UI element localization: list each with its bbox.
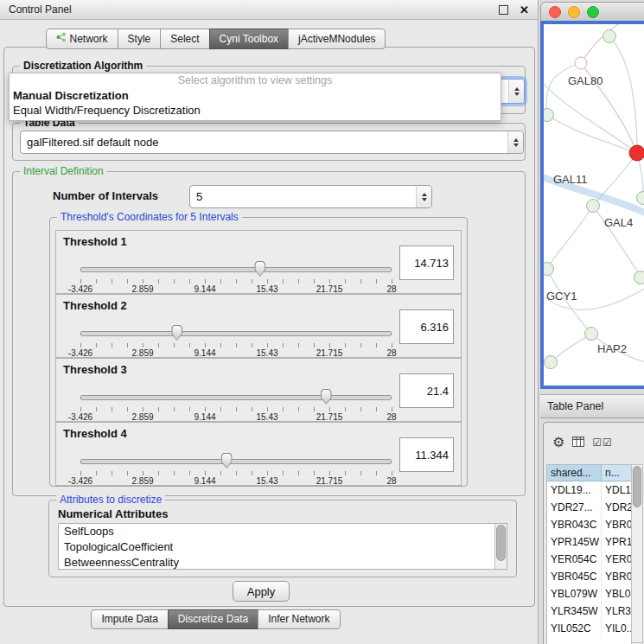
scrollbar-thumb[interactable] — [496, 525, 506, 561]
number-of-intervals-label: Number of Intervals — [53, 189, 158, 202]
number-of-intervals-value: 5 — [196, 190, 202, 203]
combobox-arrows-icon[interactable] — [507, 131, 523, 153]
dropdown-placeholder-item[interactable]: Select algorithm to view settings — [10, 73, 501, 88]
scale-tick-label: 2.859 — [131, 412, 153, 422]
slider-thumb[interactable] — [254, 261, 265, 277]
table-cell[interactable]: YBL0... — [602, 585, 631, 603]
numerical-attributes-list[interactable]: SelfLoopsTopologicalCoefficientBetweenne… — [58, 523, 507, 570]
threshold-slider[interactable] — [80, 260, 392, 277]
tab-network[interactable]: Network — [46, 29, 118, 49]
combobox-arrows-icon[interactable] — [416, 186, 431, 207]
threshold-slider[interactable] — [80, 452, 392, 469]
dropdown-item-equal-width[interactable]: Equal Width/Frequency Discretization — [10, 103, 501, 118]
table-cell[interactable]: YDL19... — [547, 481, 602, 499]
dropdown-item-manual-discretization[interactable]: Manual Discretization — [10, 88, 501, 103]
zoom-traffic-light-icon[interactable] — [587, 6, 599, 18]
apply-button[interactable]: Apply — [233, 581, 290, 602]
attribute-list-item[interactable]: SelfLoops — [59, 524, 507, 539]
threshold-panel-1: Threshold 1 -3.4262.8599.14415.4321.7152… — [55, 230, 462, 294]
table-row[interactable]: YPR145WYPR1... — [547, 533, 631, 551]
table-cell[interactable]: YBR0... — [602, 516, 631, 533]
tab-jactivemnodules[interactable]: jActiveMNodules — [288, 29, 386, 49]
table-columns-icon[interactable] — [572, 435, 584, 450]
float-window-icon[interactable] — [499, 5, 508, 15]
table-cell[interactable]: YDR2... — [602, 499, 631, 516]
tab-style[interactable]: Style — [118, 29, 162, 49]
tab-infer-network[interactable]: Infer Network — [258, 609, 340, 629]
close-traffic-light-icon[interactable] — [549, 6, 561, 18]
network-node[interactable] — [603, 29, 616, 43]
scale-tick-label: 2.859 — [131, 284, 153, 294]
table-cell[interactable]: YLR3... — [602, 603, 631, 620]
table-cell[interactable]: YIL0... — [602, 620, 631, 637]
scale-tick-label: 15.43 — [256, 348, 277, 358]
table-row[interactable]: YBL079WYBL0... — [547, 585, 631, 603]
attribute-list-item[interactable]: BetweennessCentrality — [59, 555, 507, 570]
table-row[interactable]: YER054CYER0... — [547, 551, 631, 568]
scale-tick-label: 15.43 — [256, 476, 277, 486]
tab-discretize-data[interactable]: Discretize Data — [168, 609, 258, 629]
table-cell[interactable]: YPR1... — [602, 533, 631, 551]
scrollbar-thumb[interactable] — [633, 466, 641, 507]
table-row[interactable]: YBR043CYBR0... — [547, 516, 631, 533]
threshold-slider[interactable] — [80, 324, 392, 341]
algorithm-group-title: Discretization Algorithm — [20, 60, 146, 72]
network-node[interactable] — [636, 191, 644, 205]
tab-cyni-toolbox[interactable]: Cyni Toolbox — [209, 29, 289, 49]
table-row[interactable]: YDL19...YDL1... — [547, 481, 631, 499]
table-cell[interactable]: YBR045C — [547, 568, 602, 585]
table-row[interactable]: YDR27...YDR2... — [547, 499, 631, 516]
network-node[interactable] — [584, 327, 598, 341]
column-header[interactable]: n... — [602, 465, 631, 481]
table-row[interactable]: YLR345WYLR3... — [547, 603, 631, 620]
top-tab-bar: Network Style Select Cyni Toolbox jActiv… — [0, 29, 431, 49]
network-node[interactable] — [575, 57, 588, 70]
list-scrollbar[interactable] — [494, 524, 507, 569]
scale-tick-label: -3.426 — [68, 412, 92, 422]
table-cell[interactable]: YBR0... — [602, 568, 631, 585]
tab-impute-data[interactable]: Impute Data — [91, 609, 168, 629]
network-node[interactable] — [544, 355, 558, 369]
slider-thumb[interactable] — [321, 389, 332, 405]
table-cell[interactable]: YPR145W — [547, 533, 602, 551]
table-row[interactable]: YBR045CYBR0... — [547, 568, 631, 585]
threshold-value-field[interactable]: 11.344 — [399, 437, 454, 472]
network-node[interactable] — [634, 271, 644, 284]
gear-icon[interactable]: ⚙ — [552, 436, 564, 450]
table-cell[interactable]: YER0... — [602, 551, 631, 568]
minimize-traffic-light-icon[interactable] — [568, 6, 580, 18]
attribute-list-item[interactable]: TopologicalCoefficient — [59, 539, 507, 555]
node-attribute-table: shared... n... YDL19...YDL1...YDR27...YD… — [546, 464, 632, 644]
slider-track[interactable] — [80, 395, 392, 400]
table-data-combobox[interactable]: galFiltered.sif default node — [20, 131, 524, 154]
combobox-arrows-icon[interactable] — [508, 80, 524, 103]
slider-track[interactable] — [80, 331, 392, 336]
slider-thumb[interactable] — [221, 453, 233, 469]
slider-track[interactable] — [80, 267, 392, 272]
table-row[interactable]: YIL052CYIL0... — [547, 620, 631, 637]
slider-track[interactable] — [80, 459, 392, 464]
table-cell[interactable]: YBR043C — [547, 516, 602, 533]
threshold-value-field[interactable]: 14.713 — [399, 245, 454, 280]
close-icon[interactable]: ✕ — [520, 4, 529, 16]
threshold-value-field[interactable]: 21.4 — [399, 373, 454, 408]
threshold-slider[interactable] — [80, 388, 392, 405]
table-cell[interactable]: YDR27... — [547, 499, 602, 516]
number-of-intervals-combobox[interactable]: 5 — [189, 185, 432, 208]
table-cell[interactable]: YLR345W — [547, 603, 602, 620]
checkbox-select-icons[interactable]: ☑☑ — [592, 437, 613, 449]
column-header[interactable]: shared... — [547, 465, 602, 481]
table-cell[interactable]: YDL1... — [602, 481, 631, 499]
scale-tick-label: 15.43 — [256, 284, 277, 294]
slider-thumb[interactable] — [171, 325, 182, 341]
table-cell[interactable]: YBL079W — [547, 585, 602, 603]
scale-tick-label: -3.426 — [68, 284, 92, 294]
tab-select[interactable]: Select — [160, 29, 209, 49]
threshold-value-field[interactable]: 6.316 — [399, 309, 454, 344]
table-cell[interactable]: YIL052C — [547, 620, 602, 637]
table-cell[interactable]: YER054C — [547, 551, 602, 568]
network-node[interactable] — [629, 145, 644, 162]
network-canvas[interactable]: GAL80GAL11GAL4GCY1HAP2 — [544, 24, 644, 386]
network-node[interactable] — [586, 199, 600, 213]
table-scrollbar[interactable] — [631, 464, 643, 643]
